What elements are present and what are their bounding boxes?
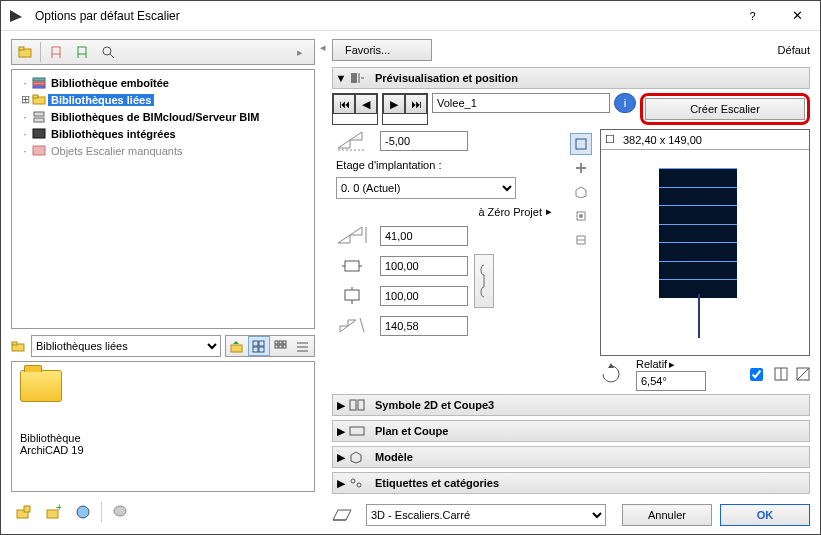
- plan-3d-icon[interactable]: [570, 181, 592, 203]
- depth-icon: [332, 284, 374, 308]
- ref-level-arrow-icon[interactable]: ▸: [546, 205, 552, 218]
- nav-last-icon[interactable]: ⏭: [405, 94, 427, 114]
- position-icon: [349, 71, 371, 85]
- expander-plus-icon[interactable]: ⊞: [18, 93, 32, 106]
- elevation-input[interactable]: [380, 131, 468, 151]
- svg-line-56: [360, 318, 364, 332]
- svg-point-62: [579, 214, 583, 218]
- svg-rect-25: [253, 347, 258, 352]
- svg-rect-72: [350, 427, 364, 435]
- search-go-icon[interactable]: ▸: [288, 40, 314, 64]
- svg-rect-52: [345, 290, 359, 300]
- rotate-icon[interactable]: [600, 363, 628, 385]
- mirror-x-checkbox[interactable]: [750, 368, 763, 381]
- app-icon: [1, 1, 31, 31]
- cancel-button[interactable]: Annuler: [622, 504, 712, 526]
- tags-icon: [349, 477, 371, 489]
- help-button[interactable]: ?: [730, 1, 775, 31]
- plan-section-icon[interactable]: [570, 205, 592, 227]
- relative-arrow-icon[interactable]: ▸: [669, 358, 675, 371]
- nav-first-icon[interactable]: ⏮: [333, 94, 355, 114]
- view-select[interactable]: 3D - Escaliers.Carré: [366, 504, 606, 526]
- tree-item-missing[interactable]: · Objets Escalier manquants: [18, 142, 308, 159]
- nav-next-icon[interactable]: ▶: [383, 94, 405, 114]
- stair-name-input[interactable]: [432, 93, 610, 113]
- tree-item-embedded[interactable]: · Bibliothèque emboîtée: [18, 74, 308, 91]
- mirror-diag-icon[interactable]: [796, 367, 810, 381]
- svg-rect-19: [33, 146, 45, 155]
- expand-right-icon[interactable]: ▶: [333, 477, 349, 490]
- section-plan[interactable]: ▶ Plan et Coupe: [332, 420, 810, 442]
- search-icon[interactable]: [95, 40, 121, 64]
- expander-icon[interactable]: ·: [18, 128, 32, 140]
- preview-name-2: ArchiCAD 19: [20, 444, 306, 456]
- ok-button[interactable]: OK: [720, 504, 810, 526]
- tree-label: Bibliothèque emboîtée: [48, 77, 172, 89]
- library-preview: Bibliothèque ArchiCAD 19: [11, 361, 315, 492]
- elevation-icon: [332, 129, 374, 153]
- chair-pink-icon[interactable]: [43, 40, 69, 64]
- svg-point-74: [351, 479, 355, 483]
- plan-elev-icon[interactable]: [570, 229, 592, 251]
- box-dark-icon: [32, 128, 48, 139]
- load-library-icon[interactable]: [11, 500, 35, 524]
- library-search-input[interactable]: [121, 44, 238, 60]
- expand-right-icon[interactable]: ▶: [333, 425, 349, 438]
- svg-rect-3: [52, 47, 60, 54]
- height-input[interactable]: [380, 226, 468, 246]
- chair-green-icon[interactable]: [69, 40, 95, 64]
- load-object-icon[interactable]: +: [41, 500, 65, 524]
- angle-input[interactable]: [636, 371, 706, 391]
- depth-input[interactable]: [380, 286, 468, 306]
- svg-rect-30: [275, 345, 278, 348]
- plan-section-icon: [349, 425, 371, 437]
- run-input[interactable]: [380, 316, 468, 336]
- tree-item-linked[interactable]: ⊞ Bibliothèques liées: [18, 91, 308, 108]
- svg-marker-55: [340, 320, 356, 332]
- view-list-icon[interactable]: [292, 336, 314, 356]
- create-stair-button[interactable]: Créer Escalier: [645, 98, 805, 120]
- globe-icon[interactable]: [71, 500, 95, 524]
- library-tree[interactable]: · Bibliothèque emboîtée ⊞ Bibliothèques …: [11, 69, 315, 329]
- view-small-icons[interactable]: [270, 336, 292, 356]
- expand-right-icon[interactable]: ▶: [333, 451, 349, 464]
- section-preview-position[interactable]: ▼ Prévisualisation et position: [332, 67, 810, 89]
- section-symbole[interactable]: ▶ Symbole 2D et Coupe3: [332, 394, 810, 416]
- nav-prev-icon[interactable]: ◀: [355, 94, 377, 114]
- width-icon: [332, 254, 374, 278]
- ref-level-label: à Zéro Projet: [478, 206, 542, 218]
- expander-icon[interactable]: ·: [18, 77, 32, 89]
- favorites-button[interactable]: Favoris...: [332, 39, 432, 61]
- tree-item-bimcloud[interactable]: · Bibliothèques de BIMcloud/Serveur BIM: [18, 108, 308, 125]
- expander-icon[interactable]: ·: [18, 145, 32, 157]
- left-bottom-strip: +: [11, 498, 315, 526]
- info-bubble-icon[interactable]: [108, 500, 132, 524]
- folder-icon[interactable]: [12, 40, 38, 64]
- expand-right-icon[interactable]: ▶: [333, 399, 349, 412]
- expander-icon[interactable]: ·: [18, 111, 32, 123]
- info-icon[interactable]: i: [614, 93, 636, 113]
- collapse-down-icon[interactable]: ▼: [333, 72, 349, 84]
- plan-handle-icon[interactable]: [570, 157, 592, 179]
- svg-marker-45: [338, 132, 362, 148]
- library-path-combo[interactable]: Bibliothèques liées: [31, 335, 221, 357]
- plan-preview[interactable]: ☐ 382,40 x 149,00: [600, 129, 810, 356]
- tree-item-integrated[interactable]: · Bibliothèques intégrées: [18, 125, 308, 142]
- view-up-icon[interactable]: [226, 336, 248, 356]
- svg-rect-70: [350, 400, 356, 410]
- folder-large-icon[interactable]: [20, 370, 62, 402]
- height-icon: [332, 224, 374, 248]
- section-modele[interactable]: ▶ Modèle: [332, 446, 810, 468]
- plan-top-icon[interactable]: [570, 133, 592, 155]
- story-combo[interactable]: 0. 0 (Actuel): [336, 177, 516, 199]
- width-input[interactable]: [380, 256, 468, 276]
- view-large-icons[interactable]: [248, 336, 270, 356]
- origin-marker-icon[interactable]: ☐: [601, 133, 619, 146]
- section-etiquettes[interactable]: ▶ Etiquettes et catégories: [332, 472, 810, 494]
- svg-rect-23: [253, 341, 258, 346]
- folder-small-icon: [11, 341, 27, 352]
- close-button[interactable]: ✕: [775, 1, 820, 31]
- splitter-handle[interactable]: ◂: [319, 31, 328, 534]
- section-title: Plan et Coupe: [371, 425, 448, 437]
- link-dimensions-icon[interactable]: [474, 254, 494, 308]
